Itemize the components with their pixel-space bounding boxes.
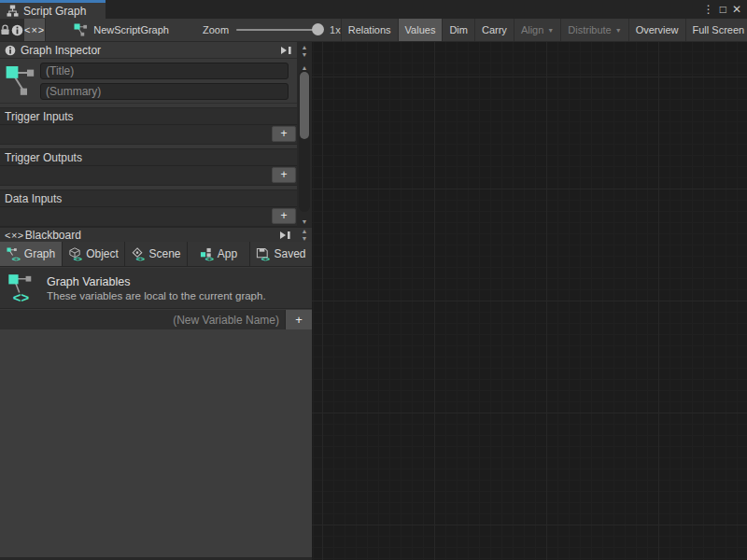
add-trigger-input-button[interactable]: + (272, 126, 296, 142)
graph-toolbar: <×> NewScriptGraph Zoom 1x Relations Val… (0, 19, 747, 42)
scrollbar-track[interactable] (299, 70, 310, 212)
code-view-toggle[interactable]: <×> (24, 19, 46, 41)
chevron-down-icon: ▼ (615, 27, 622, 34)
graph-inspector-panel: Graph Inspector Trigger I (0, 42, 312, 557)
values-label: Values (405, 24, 436, 35)
collapse-down-icon[interactable]: ▼ (302, 51, 308, 58)
dock-panel-icon[interactable] (279, 231, 291, 240)
data-inputs-list: + (0, 207, 297, 226)
tab-graph-variables[interactable]: <> Graph (0, 242, 62, 266)
window-tab-bar: Script Graph ⋮ □ ✕ (0, 0, 747, 19)
graph-name-button[interactable]: NewScriptGraph (66, 19, 176, 41)
add-variable-button[interactable]: + (285, 310, 312, 329)
graph-summary-input[interactable] (40, 83, 289, 100)
blackboard-code-icon: <×> (5, 230, 24, 241)
tab-label: Saved (274, 247, 305, 260)
graph-variables-title: Graph Variables (47, 275, 266, 288)
collapse-up-icon[interactable]: ▲ (302, 44, 308, 50)
tab-label: App (218, 247, 237, 260)
scrollbar-thumb[interactable] (300, 72, 309, 139)
code-badge-icon: <×> (24, 24, 45, 35)
graph-variables-icon: <> (7, 273, 35, 303)
align-label: Align (521, 24, 543, 35)
relations-button[interactable]: Relations (341, 19, 398, 41)
zoom-slider[interactable] (236, 29, 322, 31)
maximize-icon[interactable]: □ (720, 4, 726, 15)
overview-label: Overview (636, 24, 679, 35)
tab-label: Scene (148, 247, 180, 260)
graph-name-label: NewScriptGraph (93, 24, 169, 35)
inspector-scrollbar: ▲ ▼ ▲ ▼ (297, 42, 312, 227)
graph-canvas[interactable] (312, 42, 747, 560)
align-dropdown[interactable]: Align ▼ (514, 19, 560, 41)
carry-label: Carry (482, 24, 507, 35)
zoom-slider-handle[interactable] (312, 23, 324, 35)
graph-variables-text: Graph Variables These variables are loca… (47, 275, 266, 301)
graph-title-input[interactable] (40, 63, 289, 79)
distribute-dropdown[interactable]: Distribute ▼ (560, 19, 627, 41)
new-variable-row: + (0, 310, 312, 329)
graph-variables-description: These variables are local to the current… (47, 290, 266, 301)
scene-tab-icon: <> (131, 247, 145, 261)
add-data-input-button[interactable]: + (272, 208, 296, 224)
menu-icon[interactable]: ⋮ (703, 4, 714, 15)
add-trigger-output-button[interactable]: + (272, 167, 296, 183)
tab-app-variables[interactable]: <> App (188, 242, 249, 266)
graph-inspector-title: Graph Inspector (21, 44, 275, 57)
svg-text:<>: <> (13, 289, 30, 302)
info-icon (11, 24, 23, 36)
inspect-toggle-button[interactable] (11, 19, 24, 41)
view-options-group: Relations Values Dim Carry Align ▼ Distr… (341, 19, 747, 41)
zoom-value: 1x (330, 24, 341, 35)
trigger-inputs-title: Trigger Inputs (0, 108, 297, 125)
chevron-down-icon: ▼ (547, 27, 554, 34)
tab-scene-variables[interactable]: <> Scene (125, 242, 187, 266)
collapse-up-icon[interactable]: ▲ (302, 228, 308, 234)
trigger-outputs-title: Trigger Outputs (0, 149, 297, 166)
app-tab-icon: <> (200, 247, 214, 261)
tab-label: Object (86, 247, 119, 260)
dim-button[interactable]: Dim (442, 19, 474, 41)
close-icon[interactable]: ✕ (732, 4, 741, 15)
collapse-down-icon[interactable]: ▼ (302, 235, 308, 242)
trigger-inputs-section: Trigger Inputs + (0, 107, 297, 145)
svg-text:<>: <> (204, 254, 213, 260)
blackboard-title: Blackboard (25, 229, 279, 242)
header-collapse-arrows: ▲ ▼ (297, 42, 312, 59)
lock-button[interactable] (0, 19, 11, 41)
fullscreen-button[interactable]: Full Screen (685, 19, 747, 41)
values-button[interactable]: Values (398, 19, 443, 41)
carry-button[interactable]: Carry (474, 19, 514, 41)
separator (0, 103, 297, 104)
graph-node-icon (74, 23, 88, 36)
fullscreen-label: Full Screen (693, 24, 745, 35)
zoom-control: Zoom 1x (203, 19, 341, 41)
graph-node-icon-large (5, 64, 36, 98)
trigger-inputs-list: + (0, 125, 297, 144)
tab-script-graph[interactable]: Script Graph (0, 0, 106, 19)
relations-label: Relations (348, 24, 391, 35)
data-inputs-section: Data Inputs + (0, 189, 297, 227)
scroll-down-button[interactable]: ▼ (297, 215, 312, 226)
svg-text:<>: <> (74, 254, 82, 260)
script-graph-icon (7, 5, 19, 17)
tab-label: Script Graph (23, 5, 86, 18)
zoom-label: Zoom (203, 24, 229, 35)
graph-tab-icon: <> (7, 247, 21, 261)
graph-inspector-header: Graph Inspector (0, 42, 297, 59)
script-graph-window: Script Graph ⋮ □ ✕ <×> (0, 0, 747, 560)
variables-list-area[interactable] (0, 329, 312, 557)
overview-button[interactable]: Overview (628, 19, 685, 41)
new-variable-name-input[interactable] (0, 310, 285, 329)
distribute-label: Distribute (568, 24, 611, 35)
dock-panel-icon[interactable] (280, 46, 292, 55)
tab-object-variables[interactable]: <> Object (63, 242, 124, 266)
dim-label: Dim (449, 24, 468, 35)
tab-label: Graph (24, 247, 55, 260)
svg-text:<>: <> (136, 254, 145, 260)
object-tab-icon: <> (68, 247, 82, 261)
window-controls: ⋮ □ ✕ (703, 0, 747, 19)
blackboard-tab-bar: <> Graph <> Object <> (0, 242, 312, 267)
left-panel-column: Graph Inspector Trigger I (0, 42, 312, 560)
tab-saved-variables[interactable]: <> Saved (250, 242, 312, 266)
